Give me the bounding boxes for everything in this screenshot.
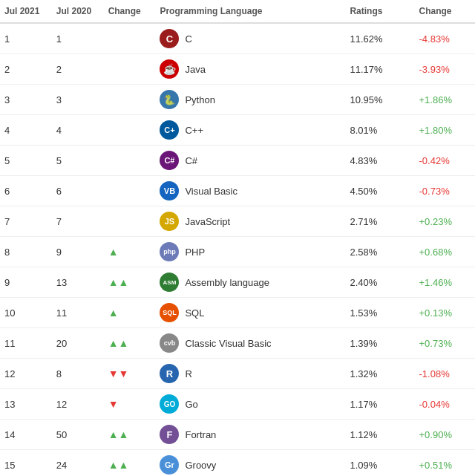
rank-jul2021: 7 <box>0 206 52 237</box>
lang-cell: R R <box>155 359 345 389</box>
rank-jul2021: 11 <box>0 328 52 359</box>
table-row: 3 3 🐍 Python 10.95% +1.86% <box>0 85 475 115</box>
lang-icon: ☕ <box>160 59 179 79</box>
lang-icon: GO <box>160 394 179 414</box>
rank-jul2020: 6 <box>52 176 104 206</box>
change-indicator <box>104 146 156 176</box>
rank-jul2021: 15 <box>0 450 52 477</box>
table-row: 1 1 C C 11.62% -4.83% <box>0 23 475 54</box>
table-row: 2 2 ☕ Java 11.17% -3.93% <box>0 54 475 85</box>
lang-icon: JS <box>160 212 179 231</box>
change-indicator: ▼▼ <box>104 359 156 389</box>
lang-cell: ASM Assembly language <box>155 267 345 298</box>
change-value: +0.51% <box>415 450 475 477</box>
change-arrow-down: ▼ <box>108 398 119 410</box>
change-value: -3.93% <box>415 54 475 85</box>
lang-cell: JS JavaScript <box>155 206 345 237</box>
table-row: 9 13 ▲▲ ASM Assembly language 2.40% +1.4… <box>0 267 475 298</box>
lang-name: R <box>185 368 191 379</box>
lang-icon: VB <box>160 181 179 200</box>
change-indicator: ▲▲ <box>104 328 156 359</box>
rank-jul2020: 20 <box>52 328 104 359</box>
rank-jul2020: 8 <box>52 359 104 389</box>
change-arrow-down2: ▼▼ <box>108 368 129 379</box>
lang-cell: C+ C++ <box>155 115 345 146</box>
change-value: +0.23% <box>415 206 475 237</box>
lang-name: Fortran <box>185 429 216 440</box>
lang-icon: 🐍 <box>160 90 179 109</box>
change-value: -0.73% <box>415 176 475 206</box>
lang-icon: php <box>160 242 179 261</box>
rank-jul2021: 10 <box>0 298 52 328</box>
table-row: 5 5 C# C# 4.83% -0.42% <box>0 146 475 176</box>
change-indicator: ▲ <box>104 298 156 328</box>
lang-icon: Gr <box>160 455 179 475</box>
table-row: 4 4 C+ C++ 8.01% +1.80% <box>0 115 475 146</box>
rating-value: 10.95% <box>345 85 414 115</box>
lang-name: Java <box>185 64 205 75</box>
rank-jul2020: 12 <box>52 389 104 420</box>
lang-cell: GO Go <box>155 389 345 420</box>
rank-jul2021: 5 <box>0 146 52 176</box>
table-row: 8 9 ▲ php PHP 2.58% +0.68% <box>0 237 475 267</box>
lang-icon: F <box>160 425 179 444</box>
rank-jul2020: 4 <box>52 115 104 146</box>
lang-name: Go <box>185 399 197 410</box>
lang-cell: ☕ Java <box>155 54 345 85</box>
lang-name: Python <box>185 94 214 105</box>
table-row: 14 50 ▲▲ F Fortran 1.12% +0.90% <box>0 420 475 450</box>
change-value: +0.90% <box>415 420 475 450</box>
lang-cell: C C <box>155 23 345 54</box>
lang-cell: Gr Groovy <box>155 450 345 477</box>
rating-value: 2.58% <box>345 237 414 267</box>
lang-cell: 🐍 Python <box>155 85 345 115</box>
lang-name: Visual Basic <box>185 186 238 197</box>
rank-jul2020: 1 <box>52 23 104 54</box>
lang-cell: C# C# <box>155 146 345 176</box>
lang-name: JavaScript <box>185 216 230 227</box>
lang-name: C <box>185 33 191 45</box>
rank-jul2020: 3 <box>52 85 104 115</box>
rank-jul2020: 2 <box>52 54 104 85</box>
lang-icon: SQL <box>160 303 179 322</box>
rating-value: 4.50% <box>345 176 414 206</box>
change-indicator: ▲▲ <box>104 450 156 477</box>
rating-value: 8.01% <box>345 115 414 146</box>
table-row: 15 24 ▲▲ Gr Groovy 1.09% +0.51% <box>0 450 475 477</box>
rank-jul2021: 2 <box>0 54 52 85</box>
rating-value: 1.53% <box>345 298 414 328</box>
change-value: +0.13% <box>415 298 475 328</box>
rating-value: 4.83% <box>345 146 414 176</box>
rating-value: 1.17% <box>345 389 414 420</box>
change-indicator <box>104 176 156 206</box>
lang-icon: C <box>160 29 179 48</box>
table-row: 6 6 VB Visual Basic 4.50% -0.73% <box>0 176 475 206</box>
change-indicator: ▲▲ <box>104 267 156 298</box>
rank-jul2020: 50 <box>52 420 104 450</box>
lang-name: SQL <box>185 307 204 319</box>
lang-icon: ASM <box>160 273 179 292</box>
change-value: -0.04% <box>415 389 475 420</box>
change-indicator <box>104 85 156 115</box>
rank-jul2021: 14 <box>0 420 52 450</box>
change-arrow-up2: ▲▲ <box>108 459 129 471</box>
rank-jul2021: 3 <box>0 85 52 115</box>
change-arrow-up: ▲ <box>108 246 119 258</box>
rating-value: 2.71% <box>345 206 414 237</box>
rank-jul2021: 1 <box>0 23 52 54</box>
change-indicator <box>104 115 156 146</box>
rating-value: 2.40% <box>345 267 414 298</box>
change-value: +1.46% <box>415 267 475 298</box>
rating-value: 11.17% <box>345 54 414 85</box>
col-header-ratings: Ratings <box>345 0 414 23</box>
table-row: 13 12 ▼ GO Go 1.17% -0.04% <box>0 389 475 420</box>
table-row: 11 20 ▲▲ cvb Classic Visual Basic 1.39% … <box>0 328 475 359</box>
table-row: 10 11 ▲ SQL SQL 1.53% +0.13% <box>0 298 475 328</box>
change-arrow-up2: ▲▲ <box>108 337 129 349</box>
change-value: +1.86% <box>415 85 475 115</box>
rank-jul2021: 9 <box>0 267 52 298</box>
change-value: -4.83% <box>415 23 475 54</box>
table-row: 7 7 JS JavaScript 2.71% +0.23% <box>0 206 475 237</box>
lang-name: Classic Visual Basic <box>185 338 271 349</box>
change-value: +0.68% <box>415 237 475 267</box>
